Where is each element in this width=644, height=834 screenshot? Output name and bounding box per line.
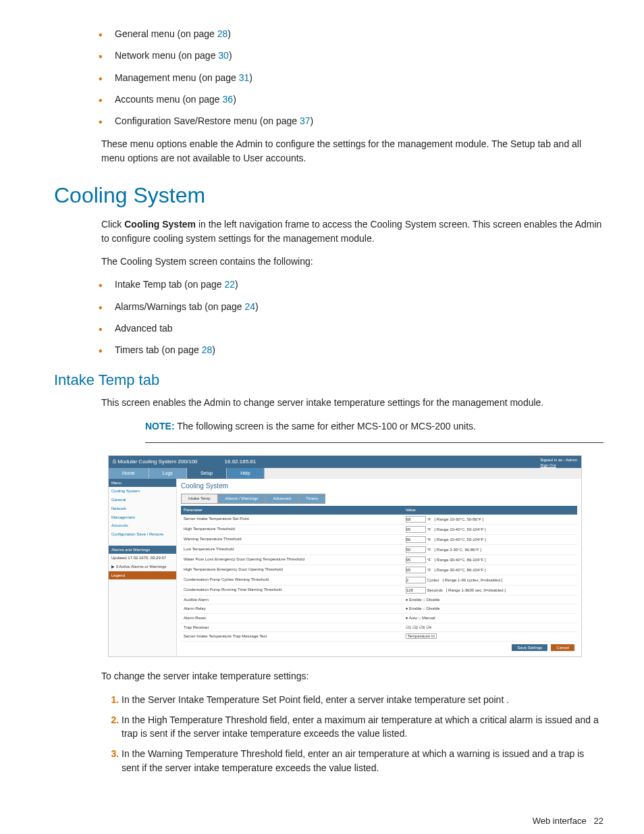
radio-group[interactable]: ● Enable ○ Disable: [403, 595, 577, 604]
step-item: In the High Temperature Threshold field,…: [122, 713, 603, 741]
steps-list: In the Server Intake Temperature Set Poi…: [101, 693, 603, 775]
note-label: NOTE:: [145, 421, 175, 432]
ss-nav-item[interactable]: Cooling System: [109, 487, 176, 496]
top-paragraph: These menu options enable the Admin to c…: [101, 137, 603, 165]
ss-aw-active[interactable]: ▶ 3 Active Alarms or Warnings: [109, 563, 176, 571]
col-value: Value: [403, 506, 577, 515]
ss-nav-item[interactable]: Management: [109, 513, 176, 522]
table-row: Low Temperature Threshold50 °F [ Range 2…: [181, 544, 577, 554]
menu-item: Network menu (on page 30): [115, 49, 603, 62]
post-image-para: To change the server intake temperature …: [101, 669, 603, 683]
ss-nav: Menu Cooling System General Network Mana…: [109, 479, 177, 656]
page-link[interactable]: 24: [244, 301, 255, 312]
table-row: Alarm Reset● Auto ○ Manual: [181, 614, 577, 623]
cooling-system-contains: The Cooling System screen contains the f…: [101, 255, 603, 268]
value-input[interactable]: 2: [406, 577, 426, 583]
page-link[interactable]: 31: [239, 72, 250, 83]
ss-tab-logs[interactable]: Logs: [149, 468, 187, 479]
list-item: Timers tab (on page 28): [115, 343, 603, 357]
page-link[interactable]: 36: [223, 94, 234, 105]
ss-subtabs: Intake Temp Alarms / Warnings Advanced T…: [181, 494, 577, 504]
ss-aw-updated: Updated 17.02.1970, 03:29:57: [109, 554, 176, 563]
save-settings-button[interactable]: Save Settings: [512, 644, 547, 651]
table-row: Server Intake Temperature Set Point68 °F…: [181, 515, 577, 525]
ss-legend[interactable]: Legend: [109, 571, 176, 580]
ss-nav-item[interactable]: Configuration Save / Restore: [109, 530, 176, 539]
ss-panel-title: Cooling System: [181, 481, 577, 492]
ss-subtab-advanced[interactable]: Advanced: [265, 494, 298, 504]
checkbox-group[interactable]: ☑1 ☑2 ☑3 ☑4: [403, 623, 577, 632]
ss-subtab-intake[interactable]: Intake Temp: [181, 494, 218, 504]
cancel-button[interactable]: Cancel: [551, 644, 574, 651]
page-link[interactable]: 30: [218, 50, 229, 61]
table-row: High Temperature Emergency Door Opening …: [181, 565, 577, 575]
page-footer: Web interface 22: [54, 815, 603, 828]
sign-out-link[interactable]: Sign Out: [540, 463, 577, 468]
menu-item: Management menu (on page 31): [115, 71, 603, 84]
ss-subtab-alarms[interactable]: Alarms / Warnings: [218, 494, 266, 504]
ss-tab-help[interactable]: Help: [227, 468, 264, 479]
ss-subtab-timers[interactable]: Timers: [298, 494, 325, 504]
ss-aw-header: Alarms and Warnings: [109, 546, 176, 554]
menu-item: Accounts menu (on page 36): [115, 93, 603, 106]
step-item: In the Server Intake Temperature Set Poi…: [122, 693, 603, 706]
value-input[interactable]: 95: [406, 526, 426, 533]
radio-group[interactable]: ● Auto ○ Manual: [403, 614, 577, 623]
text-input[interactable]: Temperature In: [406, 633, 437, 639]
list-item: Alarms/Warnings tab (on page 24): [115, 300, 603, 313]
ss-auth: Signed in as : Admin Sign Out: [540, 457, 577, 468]
table-row: High Temperature Threshold95 °F [ Range …: [181, 524, 577, 534]
ss-nav-header: Menu: [109, 479, 176, 488]
ss-nav-item[interactable]: Network: [109, 504, 176, 513]
cooling-system-intro: Click Cooling System in the left navigat…: [101, 217, 603, 245]
ss-header: ⎙ Modular Cooling System 200/100 16.82.1…: [109, 456, 581, 468]
note-rule: [145, 442, 603, 443]
col-parameter: Parameter: [181, 506, 403, 515]
value-input[interactable]: 68: [406, 516, 426, 523]
intake-temp-intro: This screen enables the Admin to change …: [101, 396, 603, 409]
ss-ip: 16.82.185.81: [225, 458, 257, 466]
top-menu-list: General menu (on page 28) Network menu (…: [54, 27, 603, 128]
page-link[interactable]: 37: [300, 115, 311, 126]
page-link[interactable]: 28: [202, 344, 213, 355]
page-link[interactable]: 22: [224, 279, 235, 290]
ss-product: ⎙ Modular Cooling System 200/100: [113, 458, 198, 466]
menu-item: Configuration Save/Restore menu (on page…: [115, 114, 603, 128]
value-input[interactable]: 86: [406, 536, 426, 543]
page-link[interactable]: 28: [217, 28, 228, 39]
table-row: Water Flow Loss Emergency Door Opening T…: [181, 554, 577, 565]
cooling-system-list: Intake Temp tab (on page 22) Alarms/Warn…: [54, 278, 603, 357]
ss-param-table: ParameterValue Server Intake Temperature…: [181, 506, 577, 642]
ss-tab-home[interactable]: Home: [109, 468, 149, 479]
value-input[interactable]: 128: [406, 587, 426, 594]
ss-nav-item[interactable]: General: [109, 496, 176, 504]
value-input[interactable]: 95: [406, 556, 426, 563]
section-heading-cooling-system: Cooling System: [54, 180, 603, 211]
table-row: Condensation Pump Cycles Warning Thresho…: [181, 575, 577, 585]
radio-group[interactable]: ● Enable ○ Disable: [403, 604, 577, 614]
step-item: In the Warning Temperature Threshold fie…: [122, 747, 603, 775]
value-input[interactable]: 50: [406, 546, 426, 553]
table-row: Trap Receiver☑1 ☑2 ☑3 ☑4: [181, 623, 577, 632]
table-row: Warning Temperature Threshold86 °F [ Ran…: [181, 534, 577, 544]
ss-main-tabs: Home Logs Setup Help: [109, 468, 581, 479]
embedded-screenshot: ⎙ Modular Cooling System 200/100 16.82.1…: [108, 455, 582, 657]
value-input[interactable]: 95: [406, 567, 426, 573]
table-row: Alarm Relay● Enable ○ Disable: [181, 604, 577, 614]
menu-item: General menu (on page 28): [115, 27, 603, 41]
table-row: Audible Alarm● Enable ○ Disable: [181, 595, 577, 604]
note-block: NOTE: The following screen is the same f…: [145, 419, 603, 433]
ss-tab-setup[interactable]: Setup: [187, 468, 227, 479]
ss-nav-item[interactable]: Accounts: [109, 521, 176, 530]
subsection-heading-intake-temp: Intake Temp tab: [54, 369, 603, 391]
table-row: Condensation Pump Running Time Warning T…: [181, 585, 577, 595]
list-item: Advanced tab: [115, 321, 603, 335]
ss-main: Cooling System Intake Temp Alarms / Warn…: [177, 479, 581, 656]
table-row: Server Intake Temperature Trap Message T…: [181, 632, 577, 642]
list-item: Intake Temp tab (on page 22): [115, 278, 603, 291]
